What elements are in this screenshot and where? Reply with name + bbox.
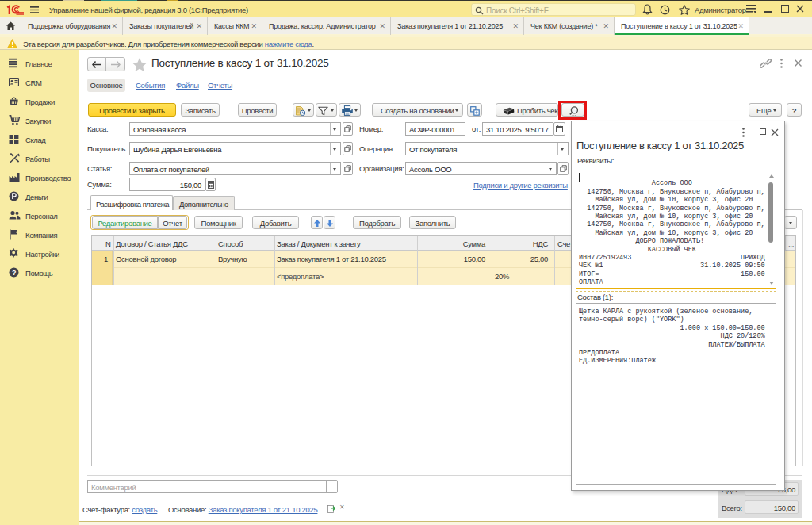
svg-text:?: ?: [12, 269, 16, 277]
